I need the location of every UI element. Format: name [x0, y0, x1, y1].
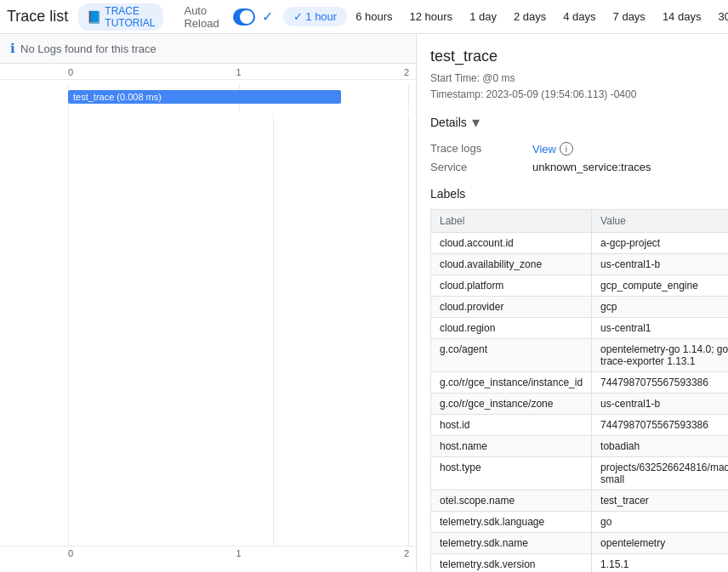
service-row: Service unknown_service:traces [430, 161, 714, 173]
axis-bottom-1: 1 [236, 548, 241, 558]
details-label: Details [430, 116, 467, 129]
label-cell: cloud.availability_zone [431, 254, 592, 275]
chart-area: 0 1 2 test_trace (0.008 ms) [0, 64, 416, 572]
auto-reload-control: Auto Reload ✓ [184, 4, 272, 30]
table-row: cloud.platformgcp_compute_engine [431, 275, 729, 297]
time-btn-1hour[interactable]: ✓ 1 hour [283, 7, 347, 26]
value-cell: a-gcp-project [592, 233, 728, 254]
auto-reload-label: Auto Reload [184, 4, 227, 30]
value-cell: gcp [592, 297, 728, 318]
time-btn-1day[interactable]: 1 day [461, 7, 505, 26]
trace-logs-key: Trace logs [430, 142, 532, 155]
label-cell: cloud.platform [431, 275, 592, 297]
label-cell: cloud.provider [431, 297, 592, 318]
value-cell: us-central1-b [592, 394, 728, 415]
grid-vline-0 [68, 114, 69, 546]
table-row: g.co/r/gce_instance/zoneus-central1-b [431, 394, 729, 415]
table-row: cloud.availability_zoneus-central1-b [431, 254, 729, 275]
chevron-down-icon: ▾ [472, 113, 480, 132]
time-btn-2days[interactable]: 2 days [505, 7, 555, 26]
label-cell: telemetry.sdk.name [431, 533, 592, 554]
label-cell: host.id [431, 415, 592, 436]
grid-vline-2 [408, 114, 409, 546]
axis-top: 0 1 2 [0, 64, 416, 80]
value-cell: opentelemetry [592, 533, 728, 554]
col-header-value: Value [592, 210, 728, 233]
value-cell: 7447987075567593386 [592, 372, 728, 394]
trace-logs-value: View i [532, 142, 714, 156]
auto-reload-toggle[interactable] [233, 8, 255, 25]
header: Trace list 📘 TRACE TUTORIAL Auto Reload … [0, 0, 728, 34]
label-cell: g.co/agent [431, 339, 592, 372]
grid-line-2 [408, 83, 409, 110]
value-cell: test_tracer [592, 490, 728, 512]
trace-tutorial-badge[interactable]: 📘 TRACE TUTORIAL [78, 3, 163, 31]
time-btn-12hours[interactable]: 12 hours [401, 7, 462, 26]
label-cell: otel.scope.name [431, 490, 592, 512]
table-row: cloud.providergcp [431, 297, 729, 318]
col-header-label: Label [431, 210, 592, 233]
left-panel: ℹ No Logs found for this trace 0 1 2 [0, 34, 417, 572]
right-panel: test_trace Start Time: @0 ms Timestamp: … [417, 34, 728, 572]
table-row: cloud.regionus-central1 [431, 318, 729, 339]
value-cell: go [592, 512, 728, 533]
value-cell: us-central1-b [592, 254, 728, 275]
trace-logs-row: Trace logs View i [430, 142, 714, 156]
info-bar: ℹ No Logs found for this trace [0, 34, 416, 64]
table-row: g.co/agentopentelemetry-go 1.14.0; googl… [431, 339, 729, 372]
label-cell: telemetry.sdk.language [431, 512, 592, 533]
table-row: telemetry.sdk.nameopentelemetry [431, 533, 729, 554]
axis-bottom-2: 2 [404, 548, 409, 558]
time-btn-4days[interactable]: 4 days [555, 7, 604, 26]
time-btn-30days[interactable]: 30 days [709, 7, 728, 26]
label-cell: cloud.account.id [431, 233, 592, 254]
no-logs-message: No Logs found for this trace [20, 42, 156, 55]
table-row: g.co/r/gce_instance/instance_id744798707… [431, 372, 729, 394]
service-value: unknown_service:traces [532, 161, 714, 173]
table-row: telemetry.sdk.version1.15.1 [431, 554, 729, 572]
details-section: Details ▾ Trace logs View i Service unkn… [430, 113, 714, 173]
trace-logs-link[interactable]: View i [532, 142, 714, 156]
label-cell: g.co/r/gce_instance/instance_id [431, 372, 592, 394]
table-row: host.nametobadiah [431, 436, 729, 457]
table-row: telemetry.sdk.languagego [431, 512, 729, 533]
label-cell: telemetry.sdk.version [431, 554, 592, 572]
details-header[interactable]: Details ▾ [430, 113, 714, 132]
page-title: Trace list [7, 8, 68, 25]
value-cell: 7447987075567593386 [592, 415, 728, 436]
info-circle-icon[interactable]: i [560, 142, 573, 156]
labels-heading: Labels [430, 187, 714, 201]
trace-meta: Start Time: @0 ms Timestamp: 2023-05-09 … [430, 71, 714, 103]
book-icon: 📘 [87, 10, 101, 24]
time-range-buttons: ✓ 1 hour 6 hours 12 hours 1 day 2 days 4… [283, 7, 728, 26]
chart-empty-area [0, 114, 416, 546]
value-cell: us-central1 [592, 318, 728, 339]
trace-bar[interactable]: test_trace (0.008 ms) [68, 90, 341, 104]
axis-bottom: 0 1 2 [0, 546, 416, 562]
table-row: otel.scope.nametest_tracer [431, 490, 729, 512]
grid-vline-1 [273, 114, 274, 546]
label-cell: cloud.region [431, 318, 592, 339]
checkmark-icon: ✓ [262, 8, 273, 25]
trace-bar-container[interactable]: test_trace (0.008 ms) [68, 83, 409, 110]
value-cell: gcp_compute_engine [592, 275, 728, 297]
info-icon: ℹ [10, 41, 15, 56]
time-btn-6hours[interactable]: 6 hours [347, 7, 401, 26]
labels-table: Label Value cloud.account.ida-gcp-projec… [430, 209, 728, 572]
axis-bottom-0: 0 [68, 548, 73, 558]
label-cell: host.type [431, 457, 592, 490]
time-btn-14days[interactable]: 14 days [654, 7, 710, 26]
main-layout: ℹ No Logs found for this trace 0 1 2 [0, 34, 728, 572]
trace-name-heading: test_trace [430, 48, 714, 65]
axis-top-1: 1 [236, 67, 241, 77]
value-cell: tobadiah [592, 436, 728, 457]
start-time: Start Time: @0 ms [430, 71, 714, 87]
table-row: host.typeprojects/632526624816/machineTy… [431, 457, 729, 490]
time-btn-7days[interactable]: 7 days [605, 7, 654, 26]
labels-section: Labels Label Value cloud.account.ida-gcp… [430, 187, 714, 572]
value-cell: projects/632526624816/machineTypes/e2-sm… [592, 457, 728, 490]
label-cell: g.co/r/gce_instance/zone [431, 394, 592, 415]
table-row: cloud.account.ida-gcp-project [431, 233, 729, 254]
service-key: Service [430, 161, 532, 173]
value-cell: opentelemetry-go 1.14.0; google-cloud-tr… [592, 339, 728, 372]
